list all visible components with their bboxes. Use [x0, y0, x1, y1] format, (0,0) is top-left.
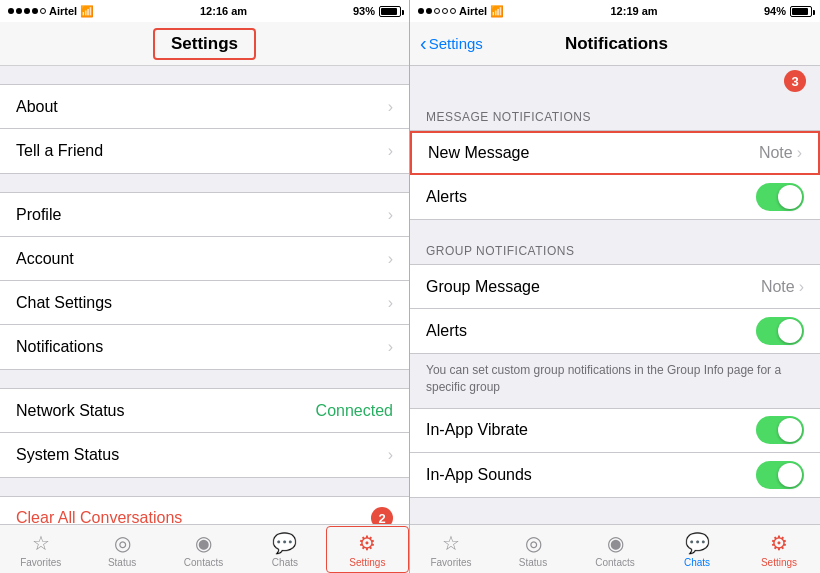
tab-settings-right[interactable]: ⚙ Settings [738, 527, 820, 572]
group-message-label: Group Message [426, 278, 540, 296]
account-row[interactable]: Account › [0, 237, 409, 281]
battery-pct-left: 93% [353, 5, 375, 17]
connected-text: Connected [316, 402, 393, 420]
content-left: About › Tell a Friend › Profile › [0, 66, 409, 524]
header-title-left: Settings [171, 34, 238, 53]
extra-group: In-App Vibrate In-App Sounds [410, 408, 820, 498]
nav-back-button[interactable]: ‹ Settings [420, 32, 483, 55]
msg-notif-group: New Message Note › Alerts [410, 130, 820, 220]
about-row[interactable]: About › [0, 85, 409, 129]
tab-settings-left[interactable]: ⚙ Settings [326, 526, 409, 573]
favorites-icon-left: ☆ [32, 531, 50, 555]
tab-chats-left[interactable]: 💬 Chats [244, 527, 325, 572]
chats-label-left: Chats [272, 557, 298, 568]
battery-icon-right [790, 6, 812, 17]
rdot2 [426, 8, 432, 14]
settings-label-left: Settings [349, 557, 385, 568]
battery-fill-right [792, 8, 808, 15]
tab-bar-right: ☆ Favorites ◎ Status ◉ Contacts 💬 Chats … [410, 524, 820, 573]
contacts-icon-left: ◉ [195, 531, 212, 555]
contacts-label-left: Contacts [184, 557, 223, 568]
tab-chats-right[interactable]: 💬 Chats [656, 527, 738, 572]
battery-fill-left [381, 8, 397, 15]
dot2 [16, 8, 22, 14]
back-label: Settings [429, 35, 483, 52]
group-alerts-row[interactable]: Alerts [410, 309, 820, 353]
account-chevron: › [388, 250, 393, 268]
dot3 [24, 8, 30, 14]
group-section-header: GROUP NOTIFICATIONS [410, 230, 820, 264]
group-alerts-toggle[interactable] [756, 317, 804, 345]
notif-badge: 3 [784, 70, 806, 92]
clear-all-label: Clear All Conversations [16, 509, 182, 524]
chat-settings-right: › [388, 294, 393, 312]
inapp-vibrate-label: In-App Vibrate [426, 421, 528, 439]
tell-friend-row[interactable]: Tell a Friend › [0, 129, 409, 173]
status-right-right: 94% [764, 5, 812, 17]
new-message-value: Note [759, 144, 793, 162]
chats-icon-left: 💬 [272, 531, 297, 555]
notifications-row[interactable]: Notifications › [0, 325, 409, 369]
tab-contacts-left[interactable]: ◉ Contacts [163, 527, 244, 572]
wifi-icon-right: 📶 [490, 5, 504, 18]
msg-alerts-label: Alerts [426, 188, 467, 206]
account-right: › [388, 250, 393, 268]
header-left: Settings [0, 22, 409, 66]
dot4 [32, 8, 38, 14]
rdot3 [434, 8, 440, 14]
system-status-row[interactable]: System Status › [0, 433, 409, 477]
profile-right: › [388, 206, 393, 224]
settings-icon-left: ⚙ [358, 531, 376, 555]
inapp-sounds-toggle[interactable] [756, 461, 804, 489]
about-label: About [16, 98, 58, 116]
profile-label: Profile [16, 206, 61, 224]
tab-favorites-right[interactable]: ☆ Favorites [410, 527, 492, 572]
notifications-label: Notifications [16, 338, 103, 356]
status-label-right: Status [519, 557, 547, 568]
inapp-sounds-label: In-App Sounds [426, 466, 532, 484]
profile-row[interactable]: Profile › [0, 193, 409, 237]
gap4 [0, 478, 409, 496]
status-icon-right: ◎ [525, 531, 542, 555]
tab-favorites-left[interactable]: ☆ Favorites [0, 527, 81, 572]
tell-friend-right: › [388, 142, 393, 160]
tell-friend-chevron: › [388, 142, 393, 160]
rdot4 [442, 8, 448, 14]
account-label: Account [16, 250, 74, 268]
tab-bar-left: ☆ Favorites ◎ Status ◉ Contacts 💬 Chats … [0, 524, 409, 573]
tab-status-right[interactable]: ◎ Status [492, 527, 574, 572]
header-outlined-left: Settings [153, 28, 256, 60]
gap2 [0, 174, 409, 192]
group-message-row[interactable]: Group Message Note › [410, 265, 820, 309]
profile-chevron: › [388, 206, 393, 224]
favorites-icon-right: ☆ [442, 531, 460, 555]
nav-bar-right: ‹ Settings Notifications [410, 22, 820, 66]
inapp-sounds-row[interactable]: In-App Sounds [410, 453, 820, 497]
msg-section-header: MESSAGE NOTIFICATIONS [410, 96, 820, 130]
chat-settings-row[interactable]: Chat Settings › [0, 281, 409, 325]
badge-container: 3 [410, 66, 820, 96]
inapp-vibrate-row[interactable]: In-App Vibrate [410, 409, 820, 453]
new-message-row[interactable]: New Message Note › [410, 131, 820, 175]
clear-all-row[interactable]: Clear All Conversations 2 [0, 496, 409, 524]
status-right-left: 93% [353, 5, 401, 17]
inapp-vibrate-toggle[interactable] [756, 416, 804, 444]
group-message-right: Note › [761, 278, 804, 296]
chats-icon-right: 💬 [685, 531, 710, 555]
tab-contacts-right[interactable]: ◉ Contacts [574, 527, 656, 572]
network-status-row[interactable]: Network Status Connected [0, 389, 409, 433]
about-chevron: › [388, 98, 393, 116]
signal-dots-right [418, 8, 456, 14]
nav-title-right: Notifications [483, 34, 750, 54]
msg-alerts-row[interactable]: Alerts [410, 175, 820, 219]
top-group: About › Tell a Friend › [0, 84, 409, 174]
group-message-value: Note [761, 278, 795, 296]
tab-status-left[interactable]: ◎ Status [81, 527, 162, 572]
status-icon-left: ◎ [114, 531, 131, 555]
contacts-label-right: Contacts [595, 557, 634, 568]
status-left: Airtel 📶 [8, 5, 94, 18]
tell-friend-label: Tell a Friend [16, 142, 103, 160]
msg-alerts-toggle[interactable] [756, 183, 804, 211]
rdot5 [450, 8, 456, 14]
chat-settings-label: Chat Settings [16, 294, 112, 312]
